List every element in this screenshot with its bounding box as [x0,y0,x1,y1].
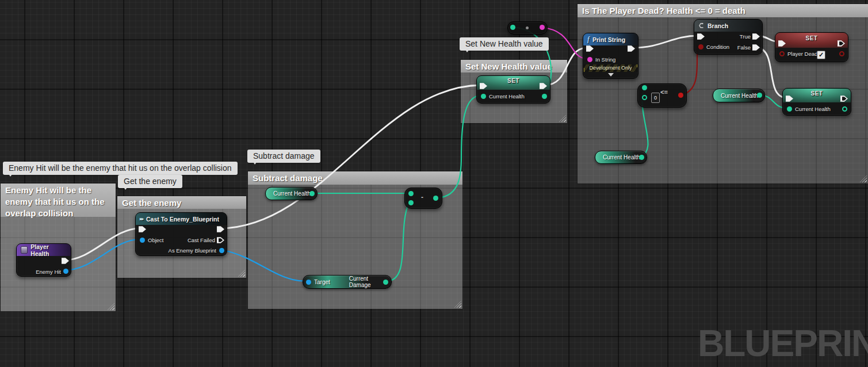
node-get-current-health[interactable]: Current Health [265,187,318,200]
node-title: SET [477,78,550,84]
function-icon: f [587,35,590,44]
value-out-pin[interactable] [383,280,388,285]
node-less-equal[interactable]: 0 <= [637,83,687,108]
comment-resize-handle[interactable] [238,270,245,277]
pin-label: Player Dead [787,51,817,57]
condition-pin[interactable] [698,44,703,49]
operand-value-field[interactable]: 0 [651,93,660,103]
exec-out-pin[interactable] [217,225,224,233]
exec-out-pin[interactable] [62,257,69,265]
exec-in-pin[interactable] [697,33,705,40]
comment-resize-handle[interactable] [454,301,461,308]
var-out-pin[interactable] [839,51,844,56]
node-set-current-health-new[interactable]: SET Current Health [476,75,550,104]
node-player-health[interactable]: Player Health Enemy Hit [16,243,71,277]
comment-is-player-dead-header[interactable]: Is The Player Dead? Health <= 0 = death [578,4,868,17]
pin-label: Target [314,279,330,285]
variable-label: Current Health [273,190,311,197]
operator-symbol: - [421,193,423,201]
true-exec-pin[interactable] [752,33,760,40]
cast-failed-pin[interactable] [217,236,224,244]
comment-bubble-get-enemy: Get the enemy [118,175,182,188]
comment-resize-handle[interactable] [559,115,566,122]
pin-label: Current Health [795,106,831,112]
in-string-pin[interactable] [587,57,592,62]
enemy-hit-pin[interactable] [63,269,68,274]
bool-value-checkbox[interactable]: ✓ [817,51,825,59]
node-title: Print String [592,36,625,43]
value-out-pin[interactable] [309,191,315,196]
operand-b-pin[interactable] [642,95,647,100]
pin-label: Current Health [489,93,525,100]
variable-label: Current Health [721,93,758,99]
var-in-pin[interactable] [481,94,486,99]
pin-label: Condition [706,44,729,50]
conv-out-pin[interactable] [540,25,545,30]
node-get-current-health[interactable]: Current Health [713,89,765,102]
var-in-pin[interactable] [787,106,792,112]
pin-label: True [740,33,751,40]
variable-label: Current Health [603,154,640,160]
operand-a-pin[interactable] [408,191,414,196]
exec-out-pin[interactable] [540,82,547,90]
result-out-pin[interactable] [433,196,438,201]
comment-set-new-health-header[interactable]: Set New Health value [461,60,567,72]
pin-label: In String [595,56,615,63]
blueprint-graph-canvas[interactable]: BLUEPRINT Is The Player Dead? Health <= … [0,0,868,367]
pin-label: Cast Failed [188,237,215,243]
conv-in-pin[interactable] [510,25,515,30]
comment-bubble-set-new-health: Set New Health value [460,37,549,51]
node-cast-to-enemy-blueprint[interactable]: ▸▸ Cast To Enemy_Blueprint Object Cast F… [135,212,227,256]
conversion-dot-icon [526,26,529,29]
node-title: Player Health [30,243,67,257]
node-branch[interactable]: Branch True Condition False [694,19,763,55]
value-out-pin[interactable] [757,93,762,98]
node-subtract[interactable]: - [404,188,442,209]
comment-resize-handle[interactable] [108,303,114,310]
blueprint-watermark: BLUEPRINT [698,322,868,365]
exec-in-pin[interactable] [586,45,594,52]
comment-enemy-hit-header[interactable]: Enemy Hit will be the enemy that hit us … [1,183,116,217]
node-title: Branch [708,22,728,29]
pin-label: As Enemy Blueprint [169,247,216,254]
development-only-banner: Development Only [584,64,637,72]
node-int-to-string[interactable] [507,21,548,35]
cast-icon: ▸▸ [140,216,143,221]
node-get-current-health[interactable]: Current Health [595,151,647,164]
exec-out-pin[interactable] [838,40,845,47]
comment-resize-handle[interactable] [860,175,867,182]
less-equal-symbol: <= [660,89,668,95]
target-pin[interactable] [306,280,311,285]
false-exec-pin[interactable] [752,44,760,51]
exec-in-pin[interactable] [786,95,793,102]
comment-subtract-damage-header[interactable]: Subtract damage [248,171,462,185]
exec-out-pin[interactable] [628,45,635,52]
exec-out-pin[interactable] [840,95,848,102]
result-out-pin[interactable] [678,93,683,98]
object-pin[interactable] [140,238,145,243]
var-out-pin[interactable] [842,106,847,112]
comment-bubble-enemy-hit: Enemy Hit will be the enemy that hit us … [3,162,238,175]
exec-in-pin[interactable] [139,225,146,233]
node-title: Cast To Enemy_Blueprint [146,216,219,223]
pin-label: False [737,44,751,51]
value-out-pin[interactable] [639,155,644,160]
pin-label: Enemy Hit [36,269,61,275]
function-entry-icon [21,246,28,254]
node-get-current-damage[interactable]: Target Current Damage [303,275,392,289]
var-out-pin[interactable] [542,94,547,99]
operand-b-pin[interactable] [408,200,414,205]
node-print-string[interactable]: f Print String In String Development Onl… [583,33,638,79]
pin-label: Object [148,237,163,243]
comment-bubble-subtract-damage: Subtract damage [247,150,320,163]
collapse-arrow-icon[interactable] [608,73,614,79]
node-set-player-dead[interactable]: SET Player Dead ✓ [775,32,848,62]
branch-icon [698,22,705,29]
var-in-pin[interactable] [779,51,785,56]
comment-get-enemy-header[interactable]: Get the enemy [117,196,246,209]
operand-a-pin[interactable] [642,85,647,90]
as-enemy-blueprint-pin[interactable] [219,248,224,253]
exec-in-pin[interactable] [480,82,487,90]
exec-in-pin[interactable] [778,40,786,47]
node-set-current-health[interactable]: SET Current Health [782,88,851,116]
